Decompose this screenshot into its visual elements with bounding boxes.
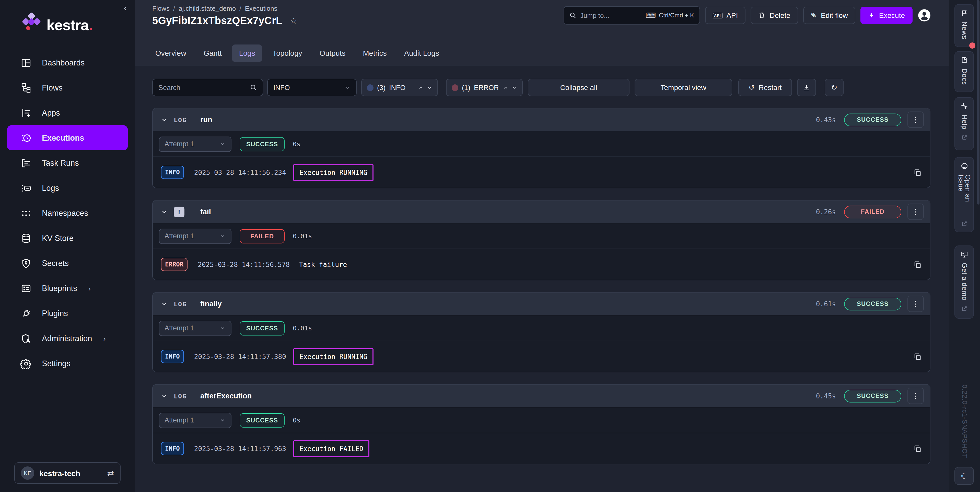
tenant-switcher[interactable]: KE kestra-tech ⇄ [14, 462, 121, 484]
scrollbar-thumb[interactable] [977, 0, 980, 204]
dashboards-icon [21, 57, 32, 68]
chevron-right-icon: › [103, 334, 105, 342]
sidebar-item-label: Settings [42, 359, 70, 368]
attempt-select[interactable]: Attempt 1 [159, 136, 231, 152]
state-badge: FAILED [844, 205, 901, 218]
sidebar-item-kv-store[interactable]: KV Store [7, 225, 128, 251]
sidebar-item-label: Task Runs [42, 158, 79, 168]
page-title: 5GyFibIZ1xTbszQEx7yCrL [152, 15, 282, 27]
execute-button[interactable]: Execute [861, 6, 913, 24]
breadcrumb-flows[interactable]: Flows [152, 5, 170, 12]
kestra-logo[interactable]: kestra. [0, 0, 135, 33]
log-message: Execution RUNNING [293, 164, 374, 181]
rail-tab-get-a-demo[interactable]: Get a demo [955, 246, 974, 319]
shield-key-icon [21, 257, 32, 269]
sidebar-collapse-icon[interactable]: ‹ [124, 3, 127, 13]
attempt-select[interactable]: Attempt 1 [159, 412, 231, 428]
download-logs-button[interactable] [797, 79, 816, 96]
sidebar-item-blueprints[interactable]: Blueprints › [7, 276, 128, 301]
task-card-header[interactable]: ! fail 0.26s FAILED ⋮ [153, 200, 930, 224]
chevron-down-icon [219, 141, 226, 147]
sidebar-item-administration[interactable]: Administration › [7, 326, 128, 351]
sidebar-item-flows[interactable]: Flows [7, 75, 128, 100]
task-name: fail [200, 208, 211, 216]
kebab-menu-button[interactable]: ⋮ [907, 388, 924, 404]
caret-down-icon[interactable] [511, 85, 517, 90]
tab-gantt[interactable]: Gantt [196, 45, 229, 62]
tab-outputs[interactable]: Outputs [312, 45, 353, 62]
sidebar-item-namespaces[interactable]: Namespaces [7, 200, 128, 225]
kebab-icon: ⋮ [912, 207, 920, 216]
tab-metrics[interactable]: Metrics [356, 45, 394, 62]
attempt-select[interactable]: Attempt 1 [159, 320, 231, 336]
sidebar-item-settings[interactable]: Settings [7, 351, 128, 376]
kebab-menu-button[interactable]: ⋮ [907, 112, 924, 128]
info-count-chip[interactable]: (3) INFO [361, 79, 438, 96]
log-task-icon: LOG [174, 392, 187, 400]
log-line: INFO 2025-03-28 14:11:57.380 Execution R… [153, 341, 930, 372]
sidebar-item-dashboards[interactable]: Dashboards [7, 50, 128, 75]
kebab-menu-button[interactable]: ⋮ [907, 296, 924, 312]
chevron-down-icon[interactable] [161, 208, 168, 215]
copy-icon[interactable] [913, 168, 922, 177]
sidebar-item-secrets[interactable]: Secrets [7, 251, 128, 276]
task-name: afterExecution [200, 392, 251, 400]
sidebar-item-label: Dashboards [42, 58, 84, 67]
chevron-down-icon[interactable] [161, 300, 168, 307]
chevron-down-icon [219, 325, 226, 331]
error-count-chip[interactable]: (1) ERROR [446, 79, 523, 96]
task-card-header[interactable]: LOG finally 0.61s SUCCESS ⋮ [153, 292, 930, 316]
breadcrumb-flow-id[interactable]: aj.child.state_demo [178, 5, 236, 12]
sidebar-item-apps[interactable]: Apps [7, 100, 128, 125]
tab-topology[interactable]: Topology [266, 45, 309, 62]
copy-icon[interactable] [913, 444, 922, 453]
rail-tab-news[interactable]: News [955, 4, 974, 47]
task-card-header[interactable]: LOG run 0.43s SUCCESS ⋮ [153, 109, 930, 131]
refresh-button[interactable]: ↻ [825, 79, 843, 96]
rail-tab-docs[interactable]: Docs [955, 51, 974, 92]
attempt-select[interactable]: Attempt 1 [159, 228, 231, 244]
tab-audit-logs[interactable]: Audit Logs [397, 45, 446, 62]
collapse-all-button[interactable]: Collapse all [528, 79, 630, 96]
sidebar-item-logs[interactable]: Logs [7, 176, 128, 200]
task-runs-icon [21, 157, 32, 169]
sidebar-item-label: Plugins [42, 309, 68, 318]
tenant-avatar: KE [21, 466, 34, 480]
log-level-select[interactable]: INFO [267, 79, 356, 96]
chevron-down-icon[interactable] [161, 117, 168, 123]
copy-icon[interactable] [913, 352, 922, 361]
kebab-menu-button[interactable]: ⋮ [907, 204, 924, 220]
copy-icon[interactable] [913, 260, 922, 269]
sidebar-item-task-runs[interactable]: Task Runs [7, 150, 128, 176]
sidebar-item-executions[interactable]: Executions [7, 125, 128, 150]
breadcrumb-executions[interactable]: Executions [245, 5, 277, 12]
search-input[interactable]: Search [152, 79, 263, 96]
api-button[interactable]: API API [705, 6, 746, 24]
jump-to-search[interactable]: Jump to... ⌨ Ctrl/Cmd + K [563, 6, 700, 24]
version-label: 0.22.0-rc1-SNAPSHOT [961, 385, 969, 458]
sidebar-item-plugins[interactable]: Plugins [7, 301, 128, 326]
star-icon[interactable]: ☆ [290, 16, 298, 26]
caret-up-icon[interactable] [503, 85, 508, 90]
tab-overview[interactable]: Overview [148, 45, 193, 62]
caret-up-icon[interactable] [418, 85, 423, 90]
task-card-header[interactable]: LOG afterExecution 0.45s SUCCESS ⋮ [153, 385, 930, 407]
restart-icon: ↺ [749, 83, 754, 91]
tab-logs[interactable]: Logs [232, 45, 262, 62]
user-avatar[interactable] [918, 9, 931, 22]
temporal-view-button[interactable]: Temporal view [635, 79, 732, 96]
rail-tab-help[interactable]: Help [955, 97, 974, 150]
rail-tab-open-an-issue[interactable]: Open an Issue [955, 157, 974, 232]
swap-icon[interactable]: ⇄ [107, 468, 114, 478]
external-link-icon [961, 305, 967, 312]
chevron-down-icon[interactable] [161, 393, 168, 399]
edit-flow-button[interactable]: ✎ Edit flow [803, 6, 856, 24]
restart-button[interactable]: ↺ Restart [738, 79, 792, 96]
caret-down-icon[interactable] [426, 85, 432, 90]
delete-button[interactable]: Delete [751, 6, 798, 24]
breadcrumb-separator: / [239, 5, 241, 12]
attempt-row: Attempt 1 FAILED 0.01s [153, 224, 930, 249]
external-link-icon [961, 134, 967, 141]
log-line: INFO 2025-03-28 14:11:56.234 Execution R… [153, 157, 930, 188]
theme-toggle-button[interactable]: ☾ [955, 467, 974, 485]
